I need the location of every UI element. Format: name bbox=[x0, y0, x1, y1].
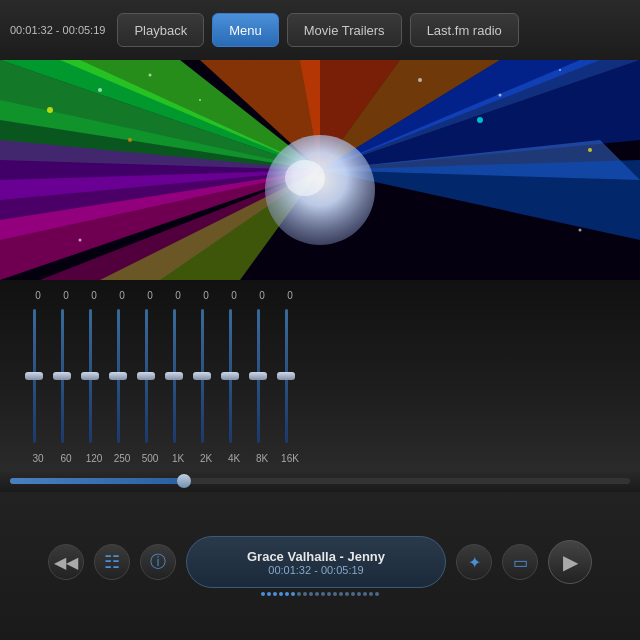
eq-slider-1[interactable] bbox=[48, 305, 76, 447]
settings-button[interactable]: ✦ bbox=[456, 544, 492, 580]
svg-point-29 bbox=[128, 138, 132, 142]
svg-point-20 bbox=[98, 88, 102, 92]
bottom-controls: ◀◀ ☷ ⓘ Grace Valhalla - Jenny 00:01:32 -… bbox=[0, 492, 640, 640]
eq-label-9: 16K bbox=[276, 453, 304, 464]
progress-dot bbox=[303, 592, 307, 596]
progress-dot bbox=[285, 592, 289, 596]
eq-val-0: 0 bbox=[24, 290, 52, 301]
video-visualization bbox=[0, 60, 640, 280]
progress-dot bbox=[321, 592, 325, 596]
progress-dot bbox=[357, 592, 361, 596]
eq-val-1: 0 bbox=[52, 290, 80, 301]
eq-slider-6[interactable] bbox=[188, 305, 216, 447]
eq-label-3: 250 bbox=[108, 453, 136, 464]
top-bar: 00:01:32 - 00:05:19 Playback Menu Movie … bbox=[0, 0, 640, 60]
eq-val-5: 0 bbox=[164, 290, 192, 301]
eq-values-row: 0 0 0 0 0 0 0 0 0 0 bbox=[20, 290, 620, 301]
prev-button[interactable]: ◀◀ bbox=[48, 544, 84, 580]
eq-label-1: 60 bbox=[52, 453, 80, 464]
eq-slider-4[interactable] bbox=[132, 305, 160, 447]
fullscreen-button[interactable]: ▭ bbox=[502, 544, 538, 580]
bottom-progress-dots bbox=[220, 592, 420, 596]
progress-dot bbox=[297, 592, 301, 596]
track-info-display: Grace Valhalla - Jenny 00:01:32 - 00:05:… bbox=[186, 536, 446, 588]
eq-label-5: 1K bbox=[164, 453, 192, 464]
eq-label-6: 2K bbox=[192, 453, 220, 464]
time-display: 00:01:32 - 00:05:19 bbox=[10, 24, 105, 36]
svg-point-24 bbox=[499, 94, 502, 97]
playlist-button[interactable]: ☷ bbox=[94, 544, 130, 580]
progress-dot bbox=[309, 592, 313, 596]
progress-dot bbox=[351, 592, 355, 596]
equalizer-area: 0 0 0 0 0 0 0 0 0 0 30 60 120 250 500 1K… bbox=[0, 280, 640, 470]
svg-point-31 bbox=[588, 148, 592, 152]
track-time: 00:01:32 - 00:05:19 bbox=[268, 564, 363, 576]
progress-dot bbox=[279, 592, 283, 596]
svg-point-26 bbox=[79, 239, 82, 242]
progress-dot bbox=[327, 592, 331, 596]
progress-dot bbox=[273, 592, 277, 596]
video-area bbox=[0, 60, 640, 280]
movie-trailers-button[interactable]: Movie Trailers bbox=[287, 13, 402, 47]
progress-dot bbox=[345, 592, 349, 596]
eq-label-8: 8K bbox=[248, 453, 276, 464]
eq-slider-0[interactable] bbox=[20, 305, 48, 447]
progress-dot bbox=[333, 592, 337, 596]
controls-row: ◀◀ ☷ ⓘ Grace Valhalla - Jenny 00:01:32 -… bbox=[0, 536, 640, 588]
svg-point-30 bbox=[477, 117, 483, 123]
eq-label-0: 30 bbox=[24, 453, 52, 464]
eq-val-4: 0 bbox=[136, 290, 164, 301]
eq-val-7: 0 bbox=[220, 290, 248, 301]
progress-dot bbox=[261, 592, 265, 596]
progress-dot bbox=[315, 592, 319, 596]
svg-point-21 bbox=[149, 74, 152, 77]
eq-label-7: 4K bbox=[220, 453, 248, 464]
menu-button[interactable]: Menu bbox=[212, 13, 279, 47]
eq-slider-9[interactable] bbox=[272, 305, 300, 447]
info-button[interactable]: ⓘ bbox=[140, 544, 176, 580]
svg-point-22 bbox=[199, 99, 201, 101]
seek-area[interactable] bbox=[0, 470, 640, 492]
eq-val-3: 0 bbox=[108, 290, 136, 301]
eq-slider-3[interactable] bbox=[104, 305, 132, 447]
eq-slider-8[interactable] bbox=[244, 305, 272, 447]
eq-slider-5[interactable] bbox=[160, 305, 188, 447]
eq-slider-7[interactable] bbox=[216, 305, 244, 447]
eq-labels-row: 30 60 120 250 500 1K 2K 4K 8K 16K bbox=[20, 453, 620, 464]
progress-dot bbox=[339, 592, 343, 596]
progress-dot bbox=[369, 592, 373, 596]
play-button[interactable]: ▶ bbox=[548, 540, 592, 584]
svg-point-25 bbox=[559, 69, 561, 71]
svg-point-18 bbox=[265, 135, 375, 245]
svg-point-27 bbox=[579, 229, 582, 232]
eq-slider-2[interactable] bbox=[76, 305, 104, 447]
svg-point-28 bbox=[47, 107, 53, 113]
svg-point-23 bbox=[418, 78, 422, 82]
eq-label-2: 120 bbox=[80, 453, 108, 464]
eq-val-2: 0 bbox=[80, 290, 108, 301]
progress-dot bbox=[363, 592, 367, 596]
seek-bar-fill bbox=[10, 478, 184, 484]
seek-bar[interactable] bbox=[10, 478, 630, 484]
svg-point-19 bbox=[285, 160, 325, 196]
lastfm-radio-button[interactable]: Last.fm radio bbox=[410, 13, 519, 47]
progress-dot bbox=[291, 592, 295, 596]
eq-val-6: 0 bbox=[192, 290, 220, 301]
seek-thumb[interactable] bbox=[177, 474, 191, 488]
eq-sliders-row bbox=[20, 305, 620, 447]
eq-val-9: 0 bbox=[276, 290, 304, 301]
track-title: Grace Valhalla - Jenny bbox=[247, 549, 385, 564]
playback-button[interactable]: Playback bbox=[117, 13, 204, 47]
progress-dot bbox=[375, 592, 379, 596]
eq-label-4: 500 bbox=[136, 453, 164, 464]
eq-val-8: 0 bbox=[248, 290, 276, 301]
progress-dot bbox=[267, 592, 271, 596]
